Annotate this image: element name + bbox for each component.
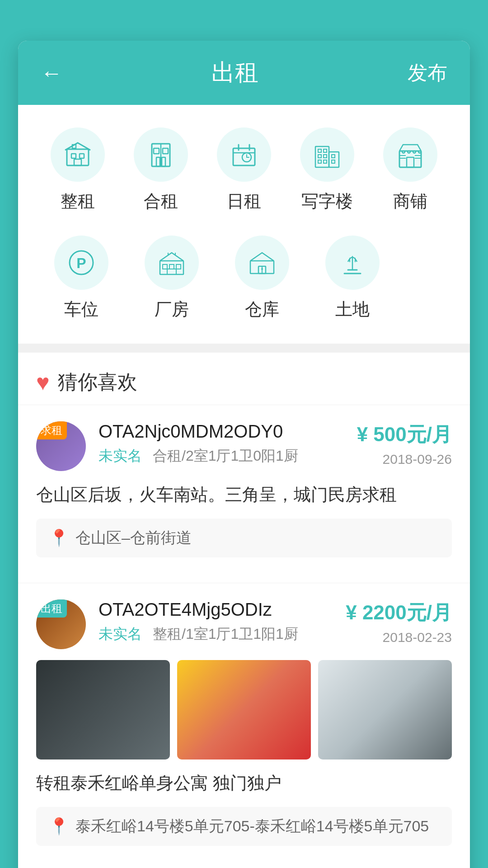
tudi-icon — [338, 248, 367, 277]
publish-button[interactable]: 发布 — [408, 60, 447, 86]
listing-photos-2 — [36, 660, 452, 760]
hezu-icon — [146, 140, 175, 169]
location-pin-1: 📍 — [49, 528, 69, 547]
listing-username-1: OTA2Njc0MDM2ODY0 — [99, 421, 357, 442]
listing-date-2: 2018-02-23 — [346, 630, 452, 645]
listing-type-1: 合租/2室1厅1卫0阳1厨 — [153, 446, 298, 466]
unverified-1: 未实名 — [99, 446, 142, 466]
category-zhengzu[interactable]: 整租 — [36, 127, 119, 213]
zhengzu-icon-wrap — [51, 127, 105, 182]
section-divider — [18, 344, 470, 353]
category-chewei[interactable]: P 车位 — [36, 236, 127, 321]
category-xiezilou[interactable]: 写字楼 — [286, 127, 369, 213]
svg-rect-23 — [324, 155, 327, 158]
cangku-icon — [248, 248, 277, 277]
category-rizu[interactable]: 日租 — [202, 127, 286, 213]
category-changfang[interactable]: 厂房 — [127, 236, 217, 321]
listing-photo-2 — [177, 660, 311, 760]
listing-location-2: 📍 泰禾红峪14号楼5单元705-泰禾红峪14号楼5单元705 — [36, 807, 452, 846]
cangku-label: 仓库 — [245, 298, 279, 321]
svg-rect-27 — [332, 160, 335, 163]
svg-point-46 — [261, 268, 263, 270]
listing-card-1[interactable]: 求租 OTA2Njc0MDM2ODY0 未实名 合租/2室1厅1卫0阳1厨 ¥ … — [18, 405, 470, 574]
listing-price-wrap-1: ¥ 500元/月 2018-09-26 — [357, 421, 452, 467]
svg-rect-21 — [324, 149, 327, 152]
header: ← 出租 发布 — [18, 41, 470, 105]
svg-rect-2 — [80, 154, 84, 158]
category-row-1: 整租 合租 — [36, 127, 452, 213]
badge-2: 出租 — [36, 599, 67, 618]
listing-location-1: 📍 仓山区–仓前街道 — [36, 519, 452, 557]
listing-desc-1: 仓山区后坂，火车南站。三角呈，城门民房求租 — [36, 482, 452, 508]
rizu-icon-wrap — [217, 127, 271, 182]
listing-price-wrap-2: ¥ 2200元/月 2018-02-23 — [346, 599, 452, 645]
listing-photo-3 — [318, 660, 452, 760]
zhengzu-label: 整租 — [61, 190, 95, 213]
xiezilou-icon-wrap — [300, 127, 354, 182]
svg-rect-20 — [318, 149, 321, 152]
chewei-icon: P — [67, 248, 96, 277]
listing-card-2[interactable]: 出租 OTA2OTE4Mjg5ODIz 未实名 整租/1室1厅1卫1阳1厨 ¥ … — [18, 583, 470, 862]
xiezilou-label: 写字楼 — [301, 190, 353, 213]
listing-desc-2: 转租泰禾红峪单身公寓 独门独户 — [36, 770, 452, 796]
changfang-label: 厂房 — [155, 298, 189, 321]
location-pin-2: 📍 — [49, 817, 69, 836]
svg-rect-22 — [318, 155, 321, 158]
svg-rect-9 — [156, 157, 160, 166]
phone-card: ← 出租 发布 整租 — [18, 41, 470, 868]
listing-type-2: 整租/1室1厅1卫1阳1厨 — [153, 624, 298, 644]
changfang-icon — [157, 248, 186, 277]
listing-meta-2: 未实名 整租/1室1厅1卫1阳1厨 — [99, 624, 346, 644]
hezu-icon-wrap — [134, 127, 188, 182]
listing-price-2: ¥ 2200元/月 — [346, 599, 452, 626]
category-cangku[interactable]: 仓库 — [217, 236, 307, 321]
svg-rect-4 — [72, 145, 76, 148]
shangpu-icon — [396, 140, 425, 169]
svg-rect-39 — [176, 264, 181, 269]
svg-text:P: P — [76, 255, 86, 271]
xiezilou-icon — [313, 140, 342, 169]
rizu-icon — [230, 140, 258, 169]
listing-info-2: OTA2OTE4Mjg5ODIz 未实名 整租/1室1厅1卫1阳1厨 — [99, 599, 346, 644]
zhengzu-icon — [63, 140, 92, 169]
tudi-label: 土地 — [335, 298, 370, 321]
svg-rect-25 — [324, 160, 327, 163]
rizu-label: 日租 — [227, 190, 261, 213]
listing-meta-1: 未实名 合租/2室1厅1卫0阳1厨 — [99, 446, 357, 466]
back-button[interactable]: ← — [41, 61, 62, 85]
listing-date-1: 2018-09-26 — [357, 452, 452, 467]
svg-rect-40 — [167, 269, 176, 274]
listing-price-1: ¥ 500元/月 — [357, 421, 452, 448]
category-hezu[interactable]: 合租 — [119, 127, 202, 213]
svg-rect-8 — [163, 148, 168, 154]
category-section: 整租 合租 — [18, 105, 470, 344]
svg-rect-37 — [163, 264, 167, 269]
page-title: 出租 — [211, 57, 258, 89]
svg-rect-1 — [71, 154, 76, 158]
recommend-header: ♥ 猜你喜欢 — [18, 353, 470, 405]
svg-rect-3 — [74, 159, 81, 165]
listing-photo-1 — [36, 660, 170, 760]
category-shangpu[interactable]: 商铺 — [369, 127, 452, 213]
avatar-1: 求租 — [36, 421, 86, 471]
svg-rect-29 — [407, 157, 414, 167]
category-row-2: P 车位 — [36, 236, 452, 321]
listing-top-1: 求租 OTA2Njc0MDM2ODY0 未实名 合租/2室1厅1卫0阳1厨 ¥ … — [36, 421, 452, 471]
shangpu-label: 商铺 — [393, 190, 427, 213]
changfang-icon-wrap — [145, 236, 199, 290]
chewei-label: 车位 — [64, 298, 99, 321]
svg-rect-7 — [154, 148, 159, 154]
listing-username-2: OTA2OTE4Mjg5ODIz — [99, 599, 346, 620]
unverified-2: 未实名 — [99, 624, 142, 644]
svg-rect-0 — [67, 149, 89, 165]
recommend-title: 猜你喜欢 — [58, 369, 137, 396]
category-tudi[interactable]: 土地 — [307, 236, 398, 321]
svg-rect-38 — [169, 264, 174, 269]
svg-rect-10 — [162, 157, 165, 166]
location-text-1: 仓山区–仓前街道 — [75, 528, 192, 548]
heart-icon: ♥ — [36, 369, 50, 396]
chewei-icon-wrap: P — [54, 236, 108, 290]
shangpu-icon-wrap — [383, 127, 437, 182]
svg-rect-24 — [318, 160, 321, 163]
listing-info-1: OTA2Njc0MDM2ODY0 未实名 合租/2室1厅1卫0阳1厨 — [99, 421, 357, 466]
